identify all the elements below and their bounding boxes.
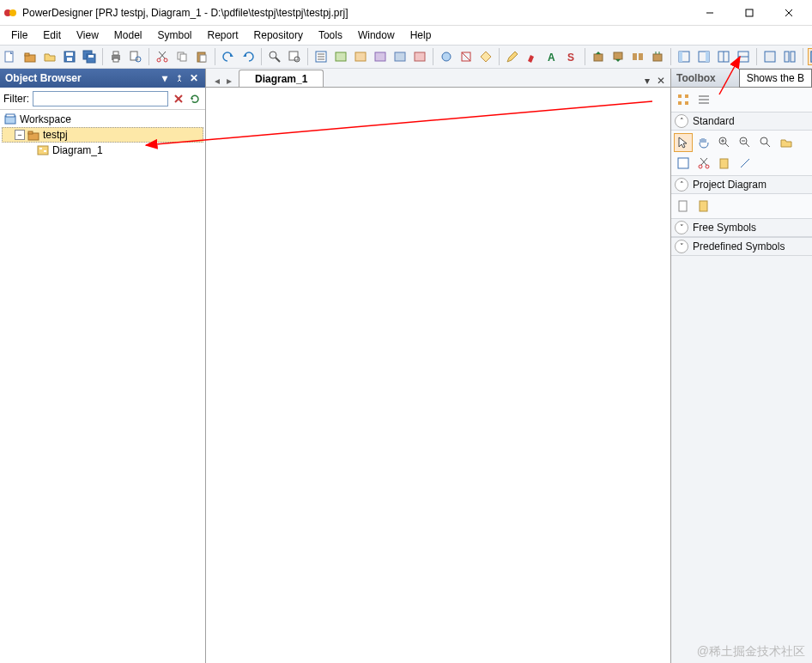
open-diag-icon[interactable] (777, 133, 796, 152)
layout-1-icon[interactable] (676, 48, 693, 65)
menu-window[interactable]: Window (350, 27, 403, 43)
find-icon[interactable] (266, 48, 283, 65)
tool-e-icon[interactable] (411, 48, 428, 65)
tree-expander-icon[interactable]: − (15, 130, 25, 140)
paste-tool-icon[interactable] (715, 154, 734, 173)
panel-dropdown-icon[interactable]: ▾ (159, 72, 171, 84)
layout-5-icon[interactable] (761, 48, 779, 65)
zoom-out-icon[interactable] (736, 133, 754, 152)
filter-input[interactable] (33, 91, 168, 106)
section-free-symbols[interactable]: ˅ Free Symbols (671, 218, 812, 237)
tool-h-icon[interactable] (477, 48, 494, 65)
brush-icon[interactable] (524, 48, 541, 65)
menu-report[interactable]: Report (200, 27, 246, 43)
tree-node-project[interactable]: − testpj (2, 127, 203, 143)
toolbox-panel: Toolbox ✕ ˄ Standard ˄ Project Diagram (671, 69, 812, 663)
tool-c-icon[interactable] (372, 48, 389, 65)
menu-view[interactable]: View (69, 27, 106, 43)
object-browser-title: Object Browser (5, 72, 82, 84)
app-icon (3, 6, 17, 20)
filter-clear-icon[interactable] (172, 91, 185, 106)
filter-refresh-icon[interactable] (189, 91, 203, 106)
svg-point-108 (706, 165, 709, 168)
menu-symbol[interactable]: Symbol (150, 27, 200, 43)
svg-rect-68 (785, 52, 789, 62)
dependency-tool-icon[interactable] (694, 197, 713, 216)
grabber-tool-icon[interactable] (694, 133, 713, 152)
panel-pin-icon[interactable] (173, 72, 185, 84)
redo-icon[interactable] (239, 48, 257, 65)
repo-merge-icon[interactable] (649, 48, 666, 65)
tab-close-icon[interactable]: ✕ (655, 75, 667, 87)
svg-rect-86 (38, 146, 48, 155)
panel-close-icon[interactable]: ✕ (188, 72, 200, 84)
tool-a-icon[interactable] (332, 48, 349, 65)
delete-tool-icon[interactable] (694, 154, 713, 173)
tool-f-icon[interactable] (438, 48, 455, 65)
print-icon[interactable] (107, 48, 124, 65)
file-tool-icon[interactable] (674, 197, 693, 216)
menu-repository[interactable]: Repository (246, 27, 311, 43)
category-list-icon[interactable] (694, 90, 713, 109)
tool-d-icon[interactable] (391, 48, 409, 65)
menubar: File Edit View Model Symbol Report Repos… (0, 26, 812, 45)
svg-rect-17 (113, 52, 118, 55)
svg-rect-52 (614, 52, 622, 59)
paste-icon[interactable] (193, 48, 210, 65)
print-preview-icon[interactable] (127, 48, 144, 65)
minimize-button[interactable] (690, 0, 730, 26)
menu-help[interactable]: Help (403, 27, 439, 43)
save-icon[interactable] (61, 48, 78, 65)
tab-list-icon[interactable]: ▾ (641, 75, 653, 87)
props-tool-icon[interactable] (674, 154, 693, 173)
layout-6-icon[interactable] (781, 48, 798, 65)
tree-node-workspace[interactable]: Workspace (2, 112, 203, 127)
save-all-icon[interactable] (81, 48, 98, 65)
svg-point-21 (157, 58, 161, 62)
menu-tools[interactable]: Tools (311, 27, 350, 43)
filter-row: Filter: (0, 88, 205, 110)
menu-model[interactable]: Model (106, 27, 150, 43)
object-tree[interactable]: Workspace − testpj Diagram_1 (0, 110, 205, 663)
new-model-icon[interactable] (2, 48, 19, 65)
tool-b-icon[interactable] (352, 48, 369, 65)
tab-diagram-1[interactable]: Diagram_1 (239, 70, 324, 87)
section-predefined-symbols[interactable]: ˅ Predefined Symbols (671, 237, 812, 256)
svg-rect-83 (6, 114, 15, 117)
zoom-fit-icon[interactable] (756, 133, 775, 152)
repo-compare-icon[interactable] (629, 48, 646, 65)
pencil-icon[interactable] (504, 48, 521, 65)
cut-icon[interactable] (154, 48, 171, 65)
browser-toggle-button[interactable] (808, 48, 812, 65)
open-icon[interactable] (41, 48, 58, 65)
maximize-button[interactable] (730, 0, 769, 26)
category-grid-icon[interactable] (674, 90, 693, 109)
tab-next-icon[interactable]: ▸ (223, 75, 235, 87)
new-project-icon[interactable] (21, 48, 39, 65)
tab-prev-icon[interactable]: ◂ (211, 75, 223, 87)
properties-icon[interactable] (312, 48, 330, 65)
section-project-diagram[interactable]: ˄ Project Diagram (671, 175, 812, 194)
svg-rect-11 (66, 52, 73, 56)
find-in-diagram-icon[interactable] (286, 48, 303, 65)
repo-checkin-icon[interactable] (590, 48, 607, 65)
layout-4-icon[interactable] (735, 48, 752, 65)
layout-2-icon[interactable] (695, 48, 712, 65)
repo-checkout-icon[interactable] (609, 48, 627, 65)
layout-3-icon[interactable] (715, 48, 732, 65)
text-a-icon[interactable]: A (543, 48, 561, 65)
svg-rect-89 (678, 94, 682, 98)
menu-file[interactable]: File (3, 27, 35, 43)
text-s-icon[interactable]: S (563, 48, 580, 65)
diagram-canvas[interactable] (206, 88, 670, 663)
zoom-in-icon[interactable] (715, 133, 734, 152)
tree-node-diagram[interactable]: Diagram_1 (2, 143, 203, 158)
menu-edit[interactable]: Edit (35, 27, 69, 43)
pointer-tool-icon[interactable] (674, 133, 693, 152)
copy-icon[interactable] (173, 48, 191, 65)
link-tool-icon[interactable] (736, 154, 754, 173)
close-button[interactable] (769, 0, 809, 26)
undo-icon[interactable] (220, 48, 237, 65)
section-standard[interactable]: ˄ Standard (671, 112, 812, 131)
tool-g-icon[interactable] (458, 48, 475, 65)
